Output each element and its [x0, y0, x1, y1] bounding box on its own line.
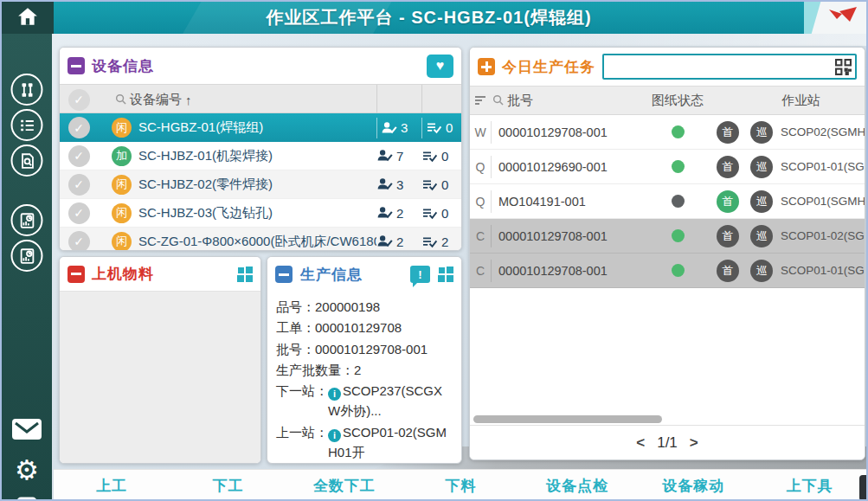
edge-handle[interactable] — [859, 475, 866, 501]
qr-scan-icon[interactable] — [835, 59, 852, 79]
mail-icon[interactable] — [11, 418, 42, 440]
column-station-label[interactable]: 作业站 — [778, 93, 865, 109]
batch-value: 000010129708-001 — [315, 339, 453, 359]
equipment-name: SC-HJBZ-03(飞边钻孔) — [138, 205, 273, 222]
column-device-label[interactable]: 设备编号 — [130, 92, 182, 108]
equipment-row[interactable]: ✓ 闲SC-HGBZ-01(焊辊组) 3 0 — [60, 113, 461, 142]
equipment-row[interactable]: ✓ 加SC-HJBZ-01(机架焊接) 7 0 — [60, 142, 461, 170]
tasks-table-header: 批号 图纸状态 作业站 — [470, 86, 865, 115]
first-inspection-badge[interactable]: 首 — [717, 121, 739, 144]
brand-logo-icon — [824, 3, 860, 33]
workflow-icon[interactable] — [11, 74, 43, 106]
tooling-button[interactable]: 上下具 — [752, 476, 868, 496]
document-search-icon[interactable] — [11, 145, 43, 177]
unload-material-button[interactable]: 下料 — [402, 476, 518, 496]
row-checkbox[interactable]: ✓ — [68, 231, 90, 251]
add-task-icon[interactable] — [478, 58, 495, 75]
info-icon[interactable]: i — [328, 388, 341, 401]
brand-area — [804, 2, 866, 34]
collapse-icon[interactable] — [275, 266, 293, 283]
grid-view-icon[interactable] — [237, 267, 253, 282]
patrol-inspection-badge[interactable]: 巡 — [750, 225, 773, 247]
task-station: SCOP01-02(SGM... — [778, 229, 865, 242]
part-number-label: 品号： — [276, 297, 315, 317]
task-row[interactable]: Q 000010129690-001 首 巡 SCOP01-01(SGM... — [470, 150, 865, 184]
first-inspection-badge[interactable]: 首 — [717, 190, 739, 213]
pagination-bar: < 1/1 > — [470, 425, 865, 459]
home-button[interactable] — [2, 2, 54, 34]
scrollbar-thumb[interactable] — [473, 415, 662, 423]
task-search-input[interactable] — [604, 55, 855, 78]
row-checkbox[interactable]: ✓ — [68, 145, 90, 167]
patrol-inspection-badge[interactable]: 巡 — [750, 260, 773, 282]
first-inspection-badge[interactable]: 首 — [717, 156, 739, 178]
first-inspection-badge[interactable]: 首 — [717, 225, 739, 247]
equipment-row[interactable]: ✓ 闲SC-ZG-01-Φ800×6000(卧式机床/CW6180) 2 2 — [60, 228, 461, 250]
logout-icon[interactable] — [14, 494, 40, 501]
prev-station-label: 上一站： — [276, 422, 328, 463]
tasks-panel-title: 今日生产任务 — [502, 57, 595, 77]
row-checkbox[interactable]: ✓ — [68, 202, 90, 224]
start-work-button[interactable]: 上工 — [54, 476, 170, 496]
job-count: 0 — [421, 206, 461, 221]
collapse-icon[interactable] — [68, 57, 85, 74]
prev-page-button[interactable]: < — [636, 434, 645, 452]
end-all-work-button[interactable]: 全数下工 — [286, 476, 402, 496]
production-panel-title: 生产信息 — [300, 265, 363, 285]
row-checkbox[interactable]: ✓ — [68, 174, 90, 196]
drawing-status-dot — [672, 264, 685, 277]
sort-asc-indicator: ↑ — [185, 93, 192, 107]
equipment-row[interactable]: ✓ 闲SC-HJBZ-03(飞边钻孔) 2 0 — [60, 199, 461, 228]
column-batch-label[interactable]: 批号 — [507, 93, 533, 109]
materials-panel-title: 上机物料 — [92, 264, 154, 284]
settings-gear-icon[interactable]: ⚙ — [15, 457, 39, 484]
search-icon — [492, 93, 504, 108]
end-work-button[interactable]: 下工 — [170, 476, 286, 496]
filter-icon[interactable] — [470, 95, 491, 106]
collapse-icon[interactable] — [68, 266, 85, 283]
next-station-label: 下一站： — [276, 381, 328, 421]
horizontal-scrollbar — [470, 414, 865, 425]
grid-view-icon[interactable] — [438, 267, 453, 282]
equipment-check-button[interactable]: 设备点检 — [519, 476, 635, 496]
report-icon-a[interactable] — [11, 204, 43, 236]
equipment-utilization-button[interactable]: 设备稼动 — [635, 476, 751, 496]
drawing-status-dot — [672, 160, 685, 173]
task-row[interactable]: W 000010129708-001 首 巡 SCOP02(SGMH0... — [470, 115, 865, 150]
first-inspection-badge[interactable]: 首 — [717, 260, 739, 282]
row-checkbox[interactable]: ✓ — [68, 117, 90, 138]
workstation-page: 作业区工作平台 - SC-HGBZ-01(焊辊组) ⚙ — [0, 0, 868, 501]
next-page-button[interactable]: > — [690, 434, 698, 452]
batch-qty-label: 生产批数量： — [276, 360, 354, 380]
report-icon-b[interactable] — [11, 240, 43, 272]
production-details: 品号：200000198 工单：000010129708 批号：00001012… — [267, 292, 461, 463]
task-type: Q — [470, 195, 491, 209]
page-indicator: 1/1 — [657, 434, 678, 452]
task-list-icon[interactable] — [11, 109, 43, 141]
message-alert-icon[interactable]: ! — [410, 266, 430, 283]
patrol-inspection-badge[interactable]: 巡 — [750, 121, 773, 144]
drawing-status-dot — [672, 125, 685, 138]
prev-station-value: SCOP01-02(SGMH01开 — [328, 425, 447, 459]
select-all-checkbox[interactable]: ✓ — [68, 89, 90, 111]
tasks-panel-header: 今日生产任务 — [470, 48, 865, 86]
task-row[interactable]: Q MO104191-001 首 巡 SCOP01(SGMH0... — [470, 184, 865, 219]
equipment-panel-header: 设备信息 ♥ — [60, 48, 461, 84]
equipment-name: SC-HJBZ-01(机架焊接) — [138, 148, 273, 164]
favorite-heart-button[interactable]: ♥ — [427, 55, 453, 78]
equipment-panel-title: 设备信息 — [92, 56, 154, 76]
task-station: SCOP01(SGMH0... — [778, 195, 865, 208]
task-row[interactable]: C 000010129708-001 首 巡 SCOP01-02(SGM... — [470, 219, 865, 254]
patrol-inspection-badge[interactable]: 巡 — [750, 156, 773, 178]
patrol-inspection-badge[interactable]: 巡 — [750, 190, 773, 213]
status-badge: 闲 — [112, 232, 132, 251]
column-drawing-status-label[interactable]: 图纸状态 — [645, 93, 710, 109]
page-title: 作业区工作平台 - SC-HGBZ-01(焊辊组) — [266, 6, 591, 29]
equipment-table-header: ✓ 设备编号 ↑ — [60, 84, 461, 113]
task-row[interactable]: C 000010129708-001 首 巡 SCOP01-01(SGM... — [470, 254, 865, 288]
info-icon[interactable]: i — [328, 429, 341, 442]
equipment-row[interactable]: ✓ 闲SC-HJBZ-02(零件焊接) 3 0 — [60, 170, 461, 199]
work-order-value: 000010129708 — [315, 318, 453, 337]
task-search-box — [602, 54, 857, 80]
task-batch: 000010129708-001 — [491, 260, 645, 282]
